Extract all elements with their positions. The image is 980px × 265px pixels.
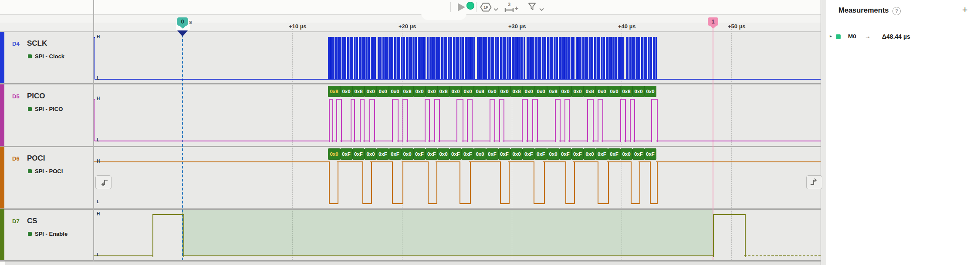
decoded-byte[interactable]: 0x8	[401, 86, 413, 97]
decoded-byte[interactable]: 0x0	[340, 86, 352, 97]
decoded-byte[interactable]: 0x8	[620, 86, 632, 97]
channel-label-sclk[interactable]: D4SCLKSPI - Clock	[4, 32, 93, 83]
decoded-byte[interactable]: 0xF	[596, 148, 608, 160]
decoded-byte[interactable]: 0x0	[596, 86, 608, 97]
decoded-byte[interactable]: 0xF	[559, 148, 571, 160]
wave-pulse	[620, 99, 626, 142]
decoded-byte[interactable]: 0x8	[352, 86, 365, 97]
timeline-marker-1[interactable]: 1	[708, 17, 718, 26]
decoded-byte[interactable]: 0x0	[365, 148, 377, 160]
decoded-byte[interactable]: 0xF	[352, 148, 365, 160]
hex-display-dropdown[interactable]: 1F	[480, 3, 492, 13]
wave-segment	[469, 161, 500, 162]
decoded-byte[interactable]: 0x0	[632, 86, 645, 97]
decoded-byte[interactable]: 0x0	[413, 86, 426, 97]
decoded-byte[interactable]: 0x8	[437, 86, 449, 97]
decoded-byte[interactable]: 0xF	[389, 148, 401, 160]
wave-segment	[428, 141, 434, 141]
decoded-byte[interactable]: 0x0	[608, 86, 620, 97]
decoded-byte[interactable]: 0xF	[340, 148, 352, 160]
channel-label-pico[interactable]: D5PICOSPI - PICO	[4, 84, 93, 146]
decoded-byte[interactable]: 0xF	[486, 148, 498, 160]
decoded-byte[interactable]: 0x0	[365, 86, 377, 97]
analyzer-name: SPI - Clock	[35, 53, 64, 60]
expand-arrow-icon[interactable]: ▸	[830, 34, 832, 38]
decoded-byte[interactable]: 0x0	[462, 86, 474, 97]
arrow-icon: →	[865, 33, 871, 40]
decoded-byte[interactable]: 0x0	[523, 86, 535, 97]
high-level-label: H	[97, 159, 100, 164]
decoded-byte[interactable]: 0x0	[486, 86, 498, 97]
wave-pulse	[564, 99, 570, 142]
timeline-tick-label: +50 µs	[728, 23, 745, 30]
decoded-byte[interactable]: 0x0	[571, 86, 584, 97]
toolbar-separator	[450, 2, 451, 12]
decoded-byte[interactable]: 0x0	[437, 148, 449, 160]
wave-segment	[568, 141, 587, 141]
previous-edge-button[interactable]	[95, 175, 112, 189]
next-edge-button[interactable]	[806, 175, 822, 189]
decoded-byte[interactable]: 0x8	[328, 86, 340, 97]
decoded-byte[interactable]: 0xF	[449, 148, 462, 160]
decoded-byte[interactable]: 0xF	[413, 148, 426, 160]
decoded-byte[interactable]: 0x0	[498, 86, 510, 97]
channel-id: D7	[12, 218, 20, 225]
measurement-color-swatch	[836, 34, 841, 39]
measurement-name: M0	[848, 33, 856, 40]
channel-color-strip	[0, 84, 4, 146]
wave-dip	[650, 161, 658, 204]
decoded-byte[interactable]: 0xF	[632, 148, 645, 160]
high-level-label: H	[97, 34, 100, 39]
decoded-byte[interactable]: 0x0	[328, 148, 340, 160]
decoded-byte[interactable]: 0x0	[389, 86, 401, 97]
capture-indicator[interactable]	[466, 2, 474, 10]
wave-segment	[503, 141, 522, 141]
decoded-byte[interactable]: 0xF	[377, 148, 389, 160]
chevron-down-icon[interactable]	[493, 5, 498, 13]
wave-segment	[624, 141, 630, 141]
decoded-byte[interactable]: 0x0	[426, 86, 438, 97]
wave-segment	[602, 141, 620, 141]
decoded-byte[interactable]: 0x8	[584, 86, 596, 97]
analyzer-bullet-icon	[28, 54, 32, 58]
decoded-byte[interactable]: 0x8	[510, 86, 523, 97]
wave-dip	[428, 161, 437, 204]
help-icon[interactable]: ?	[892, 7, 901, 15]
timeline-marker-0[interactable]: 0	[177, 17, 188, 26]
decoded-byte[interactable]: 0x0	[584, 148, 596, 160]
svg-text:+: +	[515, 4, 519, 12]
decoded-byte[interactable]: 0xF	[608, 148, 620, 160]
decoded-byte[interactable]: 0x0	[547, 148, 559, 160]
decoded-byte[interactable]: 0x0	[474, 148, 486, 160]
wave-segment	[94, 255, 152, 256]
decoded-byte[interactable]: 0xF	[426, 148, 438, 160]
channel-name: CS	[27, 217, 37, 225]
decoded-byte[interactable]: 0xF	[535, 148, 547, 160]
channel-label-cs[interactable]: D7CSSPI - Enable	[4, 209, 93, 260]
chevron-down-icon[interactable]	[539, 5, 544, 13]
decoded-byte[interactable]: 0x0	[644, 86, 656, 97]
decoded-byte[interactable]: 0xF	[462, 148, 474, 160]
annotations-flag-button[interactable]	[528, 3, 536, 13]
measurement-value: Δ48.44 µs	[882, 33, 910, 40]
decoded-byte[interactable]: 0x0	[620, 148, 632, 160]
decoded-byte[interactable]: 0x0	[535, 86, 547, 97]
analyzer-bullet-icon	[28, 107, 32, 111]
wave-segment	[363, 141, 369, 141]
channel-label-poci[interactable]: D6POCISPI - POCI	[4, 147, 93, 208]
channel-color-strip	[0, 209, 4, 260]
decoded-byte[interactable]: 0xF	[498, 148, 510, 160]
decoded-byte[interactable]: 0x8	[547, 86, 559, 97]
decoded-byte[interactable]: 0xF	[644, 148, 656, 160]
decoded-byte[interactable]: 0xF	[523, 148, 535, 160]
decoded-byte[interactable]: 0x0	[510, 148, 523, 160]
decoded-byte[interactable]: 0x0	[449, 86, 462, 97]
decoded-byte[interactable]: 0x0	[401, 148, 413, 160]
decoded-byte[interactable]: 0x0	[559, 86, 571, 97]
wave-dip	[598, 161, 609, 204]
decoded-byte[interactable]: 0xF	[571, 148, 584, 160]
decoded-byte[interactable]: 0x0	[377, 86, 389, 97]
measurements-tool-button[interactable]: 3 +	[504, 1, 519, 15]
add-measurement-button[interactable]: +	[962, 4, 968, 16]
decoded-byte[interactable]: 0x8	[474, 86, 486, 97]
